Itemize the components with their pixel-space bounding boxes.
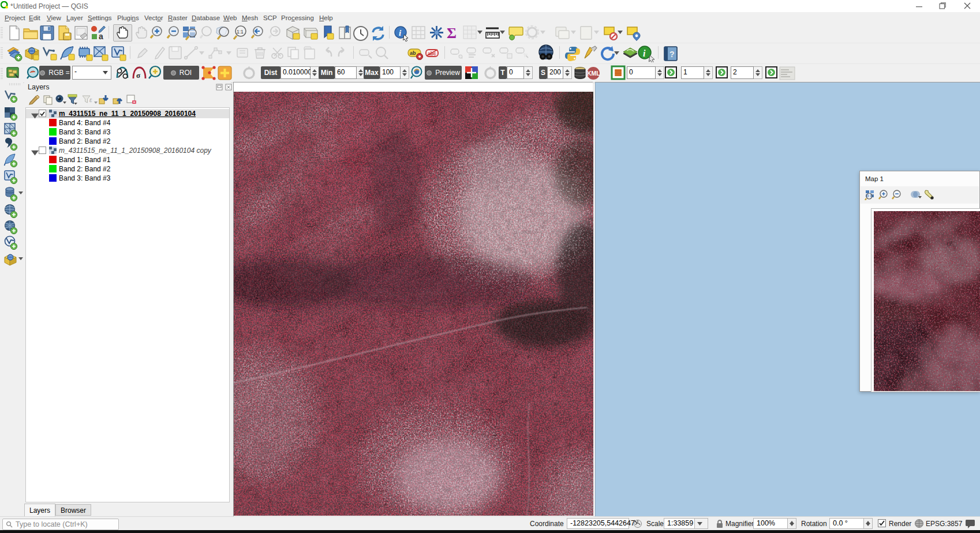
svg-text:σ: σ <box>136 71 140 80</box>
svg-text:1:1: 1:1 <box>237 29 244 35</box>
svg-text:?: ? <box>669 50 675 59</box>
svg-text:Σ: Σ <box>447 25 457 41</box>
svg-text:KML: KML <box>587 70 600 77</box>
svg-text:a: a <box>99 32 103 41</box>
svg-text:ε: ε <box>89 97 92 103</box>
svg-text:i: i <box>643 48 646 58</box>
svg-text:ab: ab <box>410 50 416 56</box>
